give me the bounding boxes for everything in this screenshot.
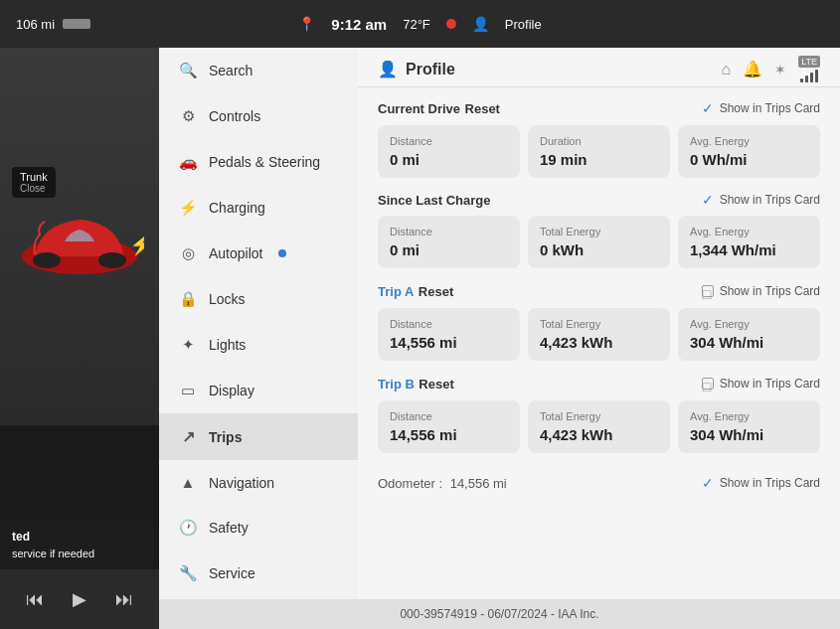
next-button[interactable]: ⏭: [115, 589, 133, 610]
prev-button[interactable]: ⏮: [26, 589, 44, 610]
trip-b-total-energy-card: Total Energy 4,423 kWh: [528, 400, 670, 453]
current-drive-check-icon: ✓: [702, 100, 714, 116]
sidebar-item-navigation[interactable]: ▲ Navigation: [159, 460, 358, 505]
trip-b-title-row: Trip B Reset: [378, 375, 454, 393]
charging-icon: ⚡: [179, 199, 197, 217]
trip-b-trips-label: Show in Trips Card: [720, 377, 820, 391]
trip-b-reset[interactable]: Reset: [419, 377, 453, 392]
header-icons: ⌂ 🔔 ✶ LTE: [721, 56, 820, 82]
since-last-charge-section: Since Last Charge ✓ Show in Trips Card D…: [378, 192, 820, 268]
current-drive-title: Current Drive: [378, 101, 460, 116]
status-bar-left: 106 mi: [16, 17, 175, 32]
slc-distance-label: Distance: [390, 226, 508, 237]
status-bar-center: 📍 9:12 am 72°F 👤 Profile: [175, 16, 665, 33]
home-icon[interactable]: ⌂: [721, 61, 731, 79]
sidebar-item-service[interactable]: 🔧 Service: [159, 550, 358, 596]
slc-total-energy-value: 0 kWh: [540, 241, 658, 258]
play-button[interactable]: ▶: [73, 588, 86, 610]
trip-b-distance-value: 14,556 mi: [390, 426, 508, 443]
sidebar-label-autopilot: Autopilot: [209, 245, 262, 261]
trip-a-check-icon: □: [702, 285, 714, 297]
since-last-charge-header: Since Last Charge ✓ Show in Trips Card: [378, 192, 820, 208]
sidebar-item-safety[interactable]: 🕐 Safety: [159, 505, 358, 550]
autopilot-icon: ◎: [179, 244, 197, 262]
controls-icon: ⚙: [179, 107, 197, 125]
trip-b-total-energy-label: Total Energy: [540, 410, 658, 422]
sidebar-item-charging[interactable]: ⚡ Charging: [159, 185, 358, 231]
trip-b-total-energy-value: 4,423 kWh: [540, 426, 658, 443]
status-bar: 106 mi 📍 9:12 am 72°F 👤 Profile: [0, 0, 840, 48]
odometer-label-value: Odometer : 14,556 mi: [378, 476, 507, 491]
odometer-label: Odometer :: [378, 476, 442, 491]
sidebar-item-pedals[interactable]: 🚗 Pedals & Steering: [159, 139, 358, 185]
alert-body: service if needed: [12, 548, 142, 559]
current-drive-duration-card: Duration 19 min: [528, 125, 670, 178]
trip-b-header: Trip B Reset □ Show in Trips Card: [378, 375, 820, 393]
main-content: 👤 Profile ⌂ 🔔 ✶ LTE Current: [358, 48, 840, 629]
profile-label: Profile: [505, 17, 542, 32]
trip-a-distance-value: 14,556 mi: [390, 334, 508, 351]
current-drive-trips-toggle[interactable]: ✓ Show in Trips Card: [702, 100, 820, 116]
sidebar-item-display[interactable]: ▭ Display: [159, 368, 358, 413]
pedals-icon: 🚗: [179, 153, 197, 171]
trip-a-title-row: Trip A Reset: [378, 282, 453, 300]
footer-text: 000-39574919 - 06/07/2024 - IAA Inc.: [400, 607, 598, 621]
locks-icon: 🔒: [179, 290, 197, 308]
alert-box: ted service if needed: [0, 520, 154, 569]
service-icon: 🔧: [179, 564, 197, 582]
sidebar: 🔍 Search ⚙ Controls 🚗 Pedals & Steering …: [159, 48, 358, 629]
safety-icon: 🕐: [179, 519, 197, 537]
slc-total-energy-card: Total Energy 0 kWh: [528, 216, 670, 268]
battery-bar: [63, 19, 90, 29]
trip-b-toggle[interactable]: □ Show in Trips Card: [702, 377, 820, 391]
sidebar-label-safety: Safety: [209, 520, 249, 536]
trip-a-header: Trip A Reset □ Show in Trips Card: [378, 282, 820, 300]
current-drive-reset[interactable]: Reset: [465, 101, 500, 116]
sidebar-label-pedals: Pedals & Steering: [209, 154, 320, 170]
bottom-controls: ⏮ ▶ ⏭: [0, 569, 159, 629]
current-drive-energy-value: 0 Wh/mi: [690, 151, 808, 168]
svg-point-1: [33, 252, 61, 268]
sidebar-item-locks[interactable]: 🔒 Locks: [159, 276, 358, 322]
slc-distance-value: 0 mi: [390, 241, 508, 258]
bluetooth-icon[interactable]: ✶: [774, 62, 786, 78]
current-drive-cards: Distance 0 mi Duration 19 min Avg. Energ…: [378, 125, 820, 178]
navigation-icon: ▲: [179, 474, 197, 491]
car-svg-area: ⚡: [0, 48, 159, 425]
trunk-label: Trunk Close: [12, 167, 56, 198]
slc-avg-energy-card: Avg. Energy 1,344 Wh/mi: [678, 216, 820, 268]
sidebar-label-display: Display: [209, 383, 254, 398]
current-drive-energy-card: Avg. Energy 0 Wh/mi: [678, 125, 820, 178]
time-display: 9:12 am: [331, 16, 387, 33]
sidebar-item-search[interactable]: 🔍 Search: [159, 48, 358, 93]
sidebar-item-lights[interactable]: ✦ Lights: [159, 322, 358, 368]
signal-bar-2: [805, 76, 808, 82]
bell-icon[interactable]: 🔔: [743, 60, 762, 79]
trips-icon: ↗: [179, 427, 197, 446]
sidebar-item-trips[interactable]: ↗ Trips: [159, 413, 358, 460]
sidebar-label-search: Search: [209, 63, 252, 79]
sidebar-label-navigation: Navigation: [209, 475, 274, 491]
trip-a-toggle[interactable]: □ Show in Trips Card: [702, 284, 820, 298]
since-last-charge-toggle[interactable]: ✓ Show in Trips Card: [702, 192, 820, 208]
odometer-toggle[interactable]: ✓ Show in Trips Card: [702, 475, 820, 491]
current-drive-distance-value: 0 mi: [390, 151, 508, 168]
trip-a-cards: Distance 14,556 mi Total Energy 4,423 kW…: [378, 308, 820, 361]
sidebar-item-controls[interactable]: ⚙ Controls: [159, 93, 358, 139]
car-area: Trunk Close ⚡: [0, 48, 159, 425]
trip-a-total-energy-card: Total Energy 4,423 kWh: [528, 308, 670, 361]
footer-bar: 000-39574919 - 06/07/2024 - IAA Inc.: [159, 599, 840, 629]
svg-text:⚡: ⚡: [129, 233, 144, 256]
current-drive-title-row: Current Drive Reset: [378, 99, 500, 117]
trip-a-reset[interactable]: Reset: [419, 284, 453, 299]
slc-total-energy-label: Total Energy: [540, 226, 658, 237]
trip-a-total-energy-value: 4,423 kWh: [540, 334, 658, 351]
main-header-title: 👤 Profile: [378, 60, 721, 79]
trip-a-title: Trip A: [378, 284, 414, 299]
display-icon: ▭: [179, 382, 197, 399]
autopilot-dot: [278, 249, 286, 257]
since-last-charge-title: Since Last Charge: [378, 193, 490, 208]
sidebar-item-autopilot[interactable]: ◎ Autopilot: [159, 231, 358, 276]
trip-a-total-energy-label: Total Energy: [540, 318, 658, 330]
trip-a-section: Trip A Reset □ Show in Trips Card Distan…: [378, 282, 820, 361]
